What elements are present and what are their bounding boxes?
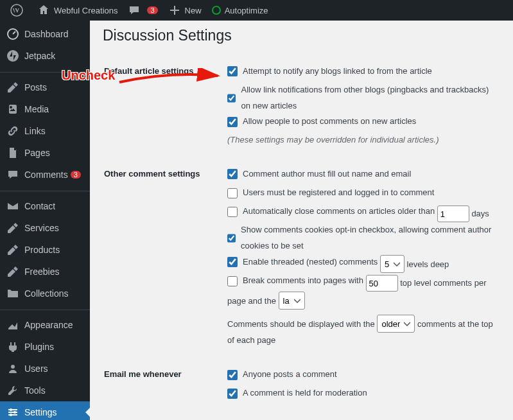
select-last-page[interactable]: la [279, 292, 305, 310]
svg-point-3 [11, 365, 15, 369]
comments-link[interactable]: 3 [123, 0, 162, 21]
menu-plugins[interactable]: Plugins [0, 336, 90, 358]
label-threaded[interactable]: Enable threaded (nested) comments [227, 254, 378, 270]
label-require-login[interactable]: Users must be registered and logged in t… [227, 185, 434, 201]
checkbox-notify[interactable] [227, 66, 238, 76]
main-content: Discussion Settings Default article sett… [90, 21, 513, 420]
autoptimize-link[interactable]: Autoptimize [207, 0, 274, 21]
checkbox-cookies[interactable] [227, 233, 236, 243]
menu-links[interactable]: Links [0, 120, 90, 142]
autoptimize-icon [212, 6, 221, 15]
menu-media[interactable]: Media [0, 98, 90, 120]
checkbox-break-pages[interactable] [227, 276, 238, 286]
checkbox-require-login[interactable] [227, 188, 238, 198]
svg-point-7 [10, 408, 12, 411]
menu-pages[interactable]: Pages [0, 142, 90, 164]
input-close-old-days[interactable] [437, 206, 469, 222]
select-threaded-depth[interactable]: 5 [380, 255, 404, 273]
menu-services[interactable]: Services [0, 217, 90, 239]
default-article-note: (These settings may be overridden for in… [227, 135, 439, 144]
menu-tools[interactable]: Tools [0, 380, 90, 401]
select-comment-order[interactable]: older [377, 315, 415, 333]
new-label: New [185, 6, 202, 15]
section-email-me: Email me whenever [104, 360, 226, 414]
checkbox-allow-comments[interactable] [227, 117, 238, 127]
svg-point-8 [13, 411, 16, 414]
checkbox-require-name[interactable] [227, 169, 238, 179]
menu-freebies[interactable]: Freebies [0, 261, 90, 283]
label-anyone-posts[interactable]: Anyone posts a comment [227, 367, 337, 383]
comments-count: 3 [147, 6, 157, 14]
label-allow-comments[interactable]: Allow people to post comments on new art… [227, 114, 416, 130]
menu-products[interactable]: Products [0, 239, 90, 261]
label-break-pages[interactable]: Break comments into pages with [227, 273, 363, 289]
label-pingback[interactable]: Allow link notifications from other blog… [227, 82, 499, 114]
new-content[interactable]: New [163, 0, 207, 21]
menu-posts[interactable]: Posts [0, 76, 90, 98]
admin-toolbar: Webful Creations 3 New Autoptimize [0, 0, 513, 21]
checkbox-anyone-posts[interactable] [227, 370, 238, 380]
checkbox-pingback[interactable] [227, 93, 236, 103]
label-notify[interactable]: Attempt to notify any blogs linked to fr… [227, 64, 432, 80]
label-close-old[interactable]: Automatically close comments on articles… [227, 204, 435, 220]
menu-settings[interactable]: Settings [0, 401, 90, 420]
page-title: Discussion Settings [103, 27, 500, 44]
label-held-mod[interactable]: A comment is held for moderation [227, 385, 367, 401]
site-title: Webful Creations [54, 6, 117, 15]
section-before-appear: Before a comment appears [104, 416, 226, 420]
label-cookies[interactable]: Show comments cookies opt-in checkbox, a… [227, 222, 499, 254]
svg-point-9 [10, 414, 12, 416]
comments-badge: 3 [71, 171, 81, 179]
label-require-name[interactable]: Comment author must fill out name and em… [227, 166, 411, 182]
menu-dashboard[interactable]: Dashboard [0, 23, 90, 45]
menu-appearance[interactable]: Appearance [0, 314, 90, 336]
menu-comments[interactable]: Comments3 [0, 164, 90, 186]
menu-contact[interactable]: Contact [0, 195, 90, 217]
menu-jetpack[interactable]: Jetpack [0, 45, 90, 67]
input-per-page[interactable] [366, 275, 398, 292]
checkbox-threaded[interactable] [227, 257, 238, 267]
section-default-article: Default article settings [104, 57, 226, 159]
menu-users[interactable]: Users [0, 358, 90, 380]
checkbox-close-old[interactable] [227, 207, 238, 217]
autoptimize-label: Autoptimize [225, 6, 268, 15]
site-link[interactable]: Webful Creations [32, 0, 123, 21]
svg-point-2 [7, 50, 19, 62]
menu-collections[interactable]: Collections [0, 283, 90, 304]
wp-logo[interactable] [5, 0, 32, 21]
section-other-comment: Other comment settings [104, 160, 226, 359]
checkbox-held-mod[interactable] [227, 389, 238, 399]
admin-sidebar: Dashboard Jetpack Posts Media Links Page… [0, 21, 90, 420]
